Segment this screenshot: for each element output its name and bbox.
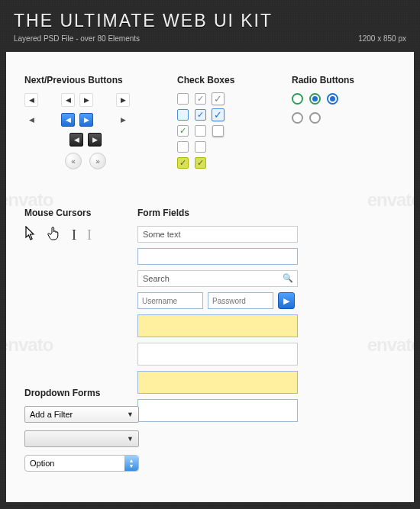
prev-button[interactable]: « — [65, 153, 82, 169]
text-input[interactable] — [137, 226, 298, 243]
radio-heading: Radio Buttons — [292, 75, 368, 85]
subtitle: Layered PSD File - over 80 Elements — [14, 34, 140, 43]
check-heading: Check Boxes — [177, 75, 261, 85]
next-button[interactable]: ▶ — [79, 113, 93, 127]
section-radios: Radio Buttons — [292, 75, 368, 176]
nav-row-dark: ◀ ▶ — [24, 133, 147, 147]
form-heading: Form Fields — [137, 208, 396, 218]
next-button[interactable]: ▶ — [79, 93, 93, 107]
password-input[interactable] — [208, 292, 273, 309]
section-nav: Next/Previous Buttons ◀ ◀ ▶ ▶ ◀ ◀ ▶ ▶ — [24, 75, 147, 176]
checkbox[interactable] — [177, 93, 189, 105]
prev-button[interactable]: ◀ — [24, 93, 38, 107]
section-dropdowns: Dropdown Forms Add a Filter ▼ ▼ Option ▲… — [24, 388, 154, 479]
dropdown-heading: Dropdown Forms — [24, 388, 154, 398]
cursors-heading: Mouse Cursors — [24, 208, 92, 218]
checkbox-checked[interactable]: ✓ — [177, 157, 189, 169]
dimensions-label: 1200 x 850 px — [358, 34, 406, 43]
dropdown-filter[interactable]: Add a Filter ▼ — [24, 406, 139, 423]
section-formfields: Form Fields 🔍 ▶ — [137, 208, 396, 427]
dropdown-label: Option — [25, 456, 124, 470]
radio[interactable] — [292, 93, 303, 105]
page-title: THE ULTIMATE WEB UI KIT — [14, 11, 406, 31]
checkbox[interactable] — [177, 109, 189, 121]
nav-row-blue: ◀ ◀ ▶ ▶ — [24, 113, 147, 127]
page: THE ULTIMATE WEB UI KIT Layered PSD File… — [0, 0, 420, 509]
checkbox-checked[interactable]: ✓ — [177, 125, 189, 137]
checkbox-checked[interactable]: ✓ — [195, 93, 206, 105]
checkbox[interactable] — [195, 125, 206, 137]
radio-selected[interactable] — [327, 93, 338, 105]
subtitle-row: Layered PSD File - over 80 Elements 1200… — [14, 34, 406, 43]
hand-cursor-icon — [47, 226, 61, 245]
dropdown-option[interactable]: Option ▲▼ — [24, 455, 139, 472]
checkbox-checked[interactable]: ✓ — [195, 157, 206, 169]
next-button[interactable]: ▶ — [88, 133, 102, 147]
nav-row-round: « » — [24, 153, 147, 169]
prev-button[interactable]: ◀ — [61, 93, 75, 107]
nav-heading: Next/Previous Buttons — [24, 75, 147, 85]
stepper-icon: ▲▼ — [124, 456, 138, 471]
checkbox[interactable] — [195, 141, 206, 153]
nav-row-light: ◀ ◀ ▶ ▶ — [24, 93, 147, 107]
checkbox[interactable] — [212, 125, 224, 137]
search-field: 🔍 — [137, 270, 298, 292]
text-cursor-icon: I — [72, 227, 76, 243]
username-input[interactable] — [137, 292, 203, 309]
checkbox[interactable] — [177, 141, 189, 153]
ui-panel: envato envato envato envato Next/Previou… — [6, 52, 414, 502]
radio[interactable] — [292, 112, 303, 124]
radio-selected[interactable] — [309, 93, 321, 105]
prev-button[interactable]: ◀ — [24, 113, 38, 127]
section-checkboxes: Check Boxes ✓✓ ✓✓ ✓ ✓✓ — [177, 75, 261, 176]
text-input[interactable] — [137, 343, 298, 366]
chevron-down-icon: ▼ — [127, 435, 134, 443]
credentials-row: ▶ — [137, 292, 396, 309]
search-icon[interactable]: 🔍 — [283, 273, 293, 283]
next-button[interactable]: » — [89, 153, 106, 169]
prev-button[interactable]: ◀ — [69, 133, 83, 147]
arrow-cursor-icon — [24, 226, 37, 245]
checkbox-checked[interactable]: ✓ — [212, 92, 225, 105]
text-input-highlight[interactable] — [137, 371, 298, 394]
header: THE ULTIMATE WEB UI KIT Layered PSD File… — [6, 6, 414, 46]
checkbox-checked[interactable]: ✓ — [195, 109, 206, 121]
cursor-row: I I — [24, 226, 92, 245]
dropdown-label: Add a Filter — [30, 410, 73, 419]
dropdown-empty[interactable]: ▼ — [24, 430, 139, 447]
text-input-highlight[interactable] — [137, 314, 298, 337]
text-input[interactable] — [137, 399, 298, 422]
radio[interactable] — [309, 112, 321, 124]
submit-button[interactable]: ▶ — [278, 292, 295, 309]
text-input-focused[interactable] — [137, 248, 298, 265]
row-top: Next/Previous Buttons ◀ ◀ ▶ ▶ ◀ ◀ ▶ ▶ — [24, 75, 396, 176]
prev-button[interactable]: ◀ — [61, 113, 75, 127]
text-cursor-icon: I — [87, 227, 92, 243]
next-button[interactable]: ▶ — [116, 113, 130, 127]
checkbox-checked[interactable]: ✓ — [212, 108, 225, 121]
next-button[interactable]: ▶ — [116, 93, 130, 107]
chevron-down-icon: ▼ — [127, 411, 134, 418]
search-input[interactable] — [137, 270, 298, 287]
